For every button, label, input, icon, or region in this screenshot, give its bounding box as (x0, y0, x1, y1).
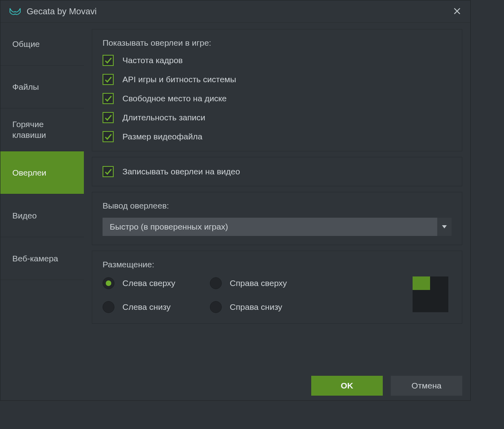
dropdown-value: Быстро (в проверенных играх) (110, 222, 228, 232)
checkbox-record-overlay[interactable] (103, 166, 114, 177)
checkbox-label: Длительность записи (122, 113, 205, 122)
placement-bottom-left: Слева снизу (103, 301, 210, 313)
radio-label: Справа сверху (230, 278, 287, 288)
check-icon (104, 168, 112, 176)
chevron-down-icon (437, 218, 452, 236)
option-filesize: Размер видеофайла (103, 131, 452, 142)
checkbox-label: API игры и битность системы (122, 75, 236, 84)
panel-title: Показывать оверлеи в игре: (103, 38, 452, 48)
checkbox-fps[interactable] (103, 55, 114, 66)
placement-top-right: Справа сверху (210, 277, 329, 289)
radio-label: Справа снизу (230, 302, 282, 312)
output-dropdown[interactable]: Быстро (в проверенных играх) (103, 218, 452, 236)
sidebar-item-hotkeys[interactable]: Горячие клавиши (0, 108, 84, 151)
sidebar-item-label: Видео (12, 211, 37, 220)
sidebar-item-label: Веб-камера (12, 254, 58, 263)
panel-record-overlay: Записывать оверлеи на видео (92, 157, 462, 186)
sidebar-item-label: Общие (12, 39, 40, 49)
checkbox-label: Размер видеофайла (122, 132, 202, 141)
checkbox-filesize[interactable] (103, 131, 114, 142)
placement-radio-group: Слева сверху Справа сверху Слева снизу С… (103, 277, 452, 313)
radio-top-left[interactable] (103, 277, 114, 289)
sidebar-item-label: Горячие (12, 119, 44, 129)
panel-title: Размещение: (103, 260, 452, 269)
check-icon (104, 75, 112, 83)
sidebar-item-files[interactable]: Файлы (0, 66, 84, 108)
sidebar-item-webcam[interactable]: Веб-камера (0, 237, 84, 280)
placement-top-left: Слева сверху (103, 277, 210, 289)
placement-preview-indicator (413, 276, 430, 290)
close-icon (453, 7, 461, 15)
app-logo-icon (9, 7, 21, 16)
checkbox-label: Свободное место на диске (122, 94, 227, 103)
placement-preview (413, 276, 448, 312)
sidebar: Общие Файлы Горячие клавиши Оверлеи Виде… (0, 23, 84, 371)
close-button[interactable] (451, 5, 463, 17)
placement-bottom-right: Справа снизу (210, 301, 329, 313)
checkbox-api[interactable] (103, 74, 114, 85)
checkbox-disk-space[interactable] (103, 93, 114, 104)
app-title: Gecata by Movavi (27, 6, 97, 17)
sidebar-item-general[interactable]: Общие (0, 23, 84, 66)
sidebar-item-label: Файлы (12, 82, 39, 92)
cancel-button[interactable]: Отмена (391, 376, 462, 396)
check-icon (104, 114, 112, 122)
option-record-overlay: Записывать оверлеи на видео (103, 166, 452, 177)
radio-bottom-left[interactable] (103, 301, 114, 313)
ok-button[interactable]: OK (311, 376, 383, 396)
checkbox-label: Записывать оверлеи на видео (122, 167, 240, 176)
panel-output: Вывод оверлеев: Быстро (в проверенных иг… (92, 192, 462, 245)
radio-label: Слева снизу (122, 302, 171, 312)
titlebar: Gecata by Movavi (0, 0, 470, 23)
option-disk-space: Свободное место на диске (103, 93, 452, 104)
footer: OK Отмена (0, 371, 470, 401)
radio-label: Слева сверху (122, 278, 175, 288)
button-label: Отмена (411, 381, 441, 390)
sidebar-item-label: клавиши (12, 130, 46, 140)
panel-placement: Размещение: Слева сверху Справа сверху С… (92, 251, 462, 324)
check-icon (104, 95, 112, 102)
panel-title: Вывод оверлеев: (103, 201, 452, 211)
body: Общие Файлы Горячие клавиши Оверлеи Виде… (0, 23, 470, 371)
checkbox-duration[interactable] (103, 112, 114, 123)
sidebar-item-label: Оверлеи (12, 168, 47, 178)
content-area: Показывать оверлеи в игре: Частота кадро… (84, 23, 470, 371)
check-icon (104, 56, 112, 64)
settings-window: Gecata by Movavi Общие Файлы Горячие кла… (0, 0, 471, 401)
check-icon (104, 133, 112, 141)
option-fps: Частота кадров (103, 55, 452, 66)
sidebar-item-video[interactable]: Видео (0, 194, 84, 237)
radio-top-right[interactable] (210, 277, 222, 289)
sidebar-item-overlays[interactable]: Оверлеи (0, 151, 84, 194)
option-api: API игры и битность системы (103, 74, 452, 85)
option-duration: Длительность записи (103, 112, 452, 123)
checkbox-label: Частота кадров (122, 56, 183, 65)
panel-show-overlays: Показывать оверлеи в игре: Частота кадро… (92, 29, 462, 151)
button-label: OK (341, 381, 353, 390)
radio-bottom-right[interactable] (210, 301, 222, 313)
